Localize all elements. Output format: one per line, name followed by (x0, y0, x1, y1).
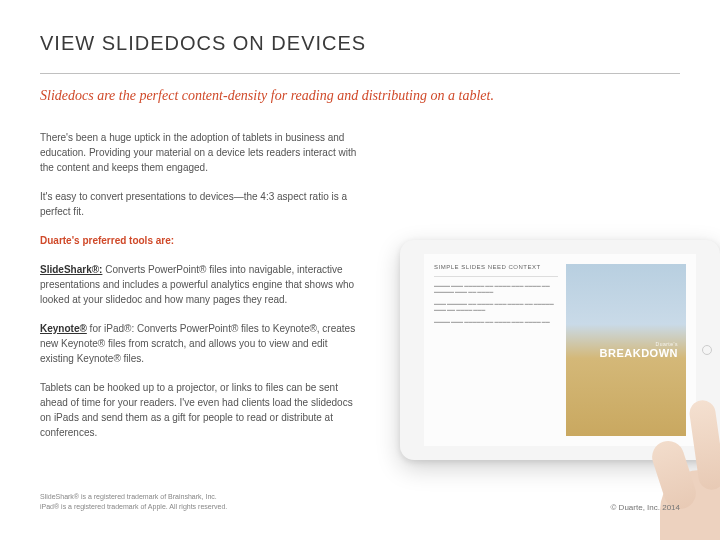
breakdown-small-text: Duarte's (656, 341, 678, 347)
tool-desc-keynote: for iPad®: Converts PowerPoint® files to… (40, 323, 355, 364)
body-column: There's been a huge uptick in the adopti… (40, 130, 360, 440)
breakdown-big-text: BREAKDOWN (600, 347, 678, 359)
tablet-illustration: SIMPLE SLIDES NEED CONTEXT ▬▬▬▬ ▬▬▬ ▬▬▬▬… (400, 240, 720, 500)
copyright: © Duarte, Inc. 2014 (611, 503, 681, 512)
footnotes: SlideShark® is a registered trademark of… (40, 492, 227, 512)
paragraph-5: Tablets can be hooked up to a projector,… (40, 380, 360, 440)
slide-page: VIEW SLIDEDOCS ON DEVICES Slidedocs are … (0, 0, 720, 540)
tool-slideshark: SlideShark®: Converts PowerPoint® files … (40, 262, 360, 307)
screen-placeholder-text: ▬▬▬▬ ▬▬▬ ▬▬▬▬▬ ▬▬ ▬▬▬▬ ▬▬▬ ▬▬▬▬ ▬▬ ▬▬▬▬▬… (434, 283, 558, 330)
paragraph-1: There's been a huge uptick in the adopti… (40, 130, 360, 175)
screen-divider (434, 276, 558, 277)
hand-illustration (640, 380, 720, 520)
screen-left-panel: SIMPLE SLIDES NEED CONTEXT ▬▬▬▬ ▬▬▬ ▬▬▬▬… (434, 264, 558, 436)
tool-name-keynote: Keynote® (40, 323, 87, 334)
home-button-icon (702, 345, 712, 355)
tool-name-slideshark: SlideShark®: (40, 264, 102, 275)
subtitle: Slidedocs are the perfect content-densit… (40, 88, 680, 104)
footnote-2: iPad® is a registered trademark of Apple… (40, 502, 227, 512)
page-title: VIEW SLIDEDOCS ON DEVICES (40, 32, 680, 55)
footnote-1: SlideShark® is a registered trademark of… (40, 492, 227, 502)
tools-label: Duarte's preferred tools are: (40, 233, 360, 248)
screen-heading: SIMPLE SLIDES NEED CONTEXT (434, 264, 558, 270)
tool-keynote: Keynote® for iPad®: Converts PowerPoint®… (40, 321, 360, 366)
divider (40, 73, 680, 74)
paragraph-2: It's easy to convert presentations to de… (40, 189, 360, 219)
